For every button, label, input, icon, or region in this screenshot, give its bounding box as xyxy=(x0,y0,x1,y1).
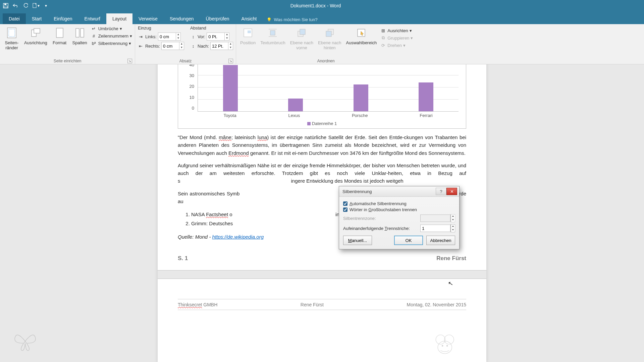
orientation-button[interactable]: Ausrichtung xyxy=(23,25,49,47)
svg-rect-8 xyxy=(56,28,63,38)
window-title: Dokument1.docx - Word xyxy=(50,3,582,8)
chart-bar xyxy=(419,82,433,111)
svg-rect-17 xyxy=(300,29,305,35)
caps-checkbox[interactable]: Wörter in Großbuchstaben trennen xyxy=(343,207,455,212)
tab-review[interactable]: Überprüfen xyxy=(200,13,235,24)
svg-point-21 xyxy=(436,335,445,344)
page-number: S. 1 xyxy=(178,254,188,263)
consecutive-input[interactable] xyxy=(420,225,450,232)
indent-right-input[interactable]: ▲▼ xyxy=(161,42,184,50)
consecutive-row: Aufeinanderfolgende Trennstriche: ▲▼ xyxy=(343,224,455,232)
chart-bar xyxy=(354,84,368,111)
forward-icon xyxy=(296,27,308,39)
breaks-button[interactable]: ↵Umbrüche ▾ xyxy=(91,25,132,32)
space-before-icon: ↕ xyxy=(190,34,196,40)
columns-label: Spalten xyxy=(72,40,87,45)
auto-hyphen-checkbox[interactable]: AAutomatische Silbentrennungutomatische … xyxy=(343,201,455,206)
chart-xticks: Toyota Lexus Porsche Ferrari xyxy=(198,112,459,119)
paragraph-2[interactable]: Aufgrund seiner verhältnismäßigen Nähe i… xyxy=(178,162,466,185)
decorative-butterfly-icon xyxy=(12,331,38,351)
selection-pane-button[interactable]: Auswahlbereich xyxy=(345,25,378,47)
line-numbers-button[interactable]: #Zeilennummern ▾ xyxy=(91,33,132,39)
backward-icon xyxy=(324,27,336,39)
spin-up-icon[interactable]: ▲ xyxy=(176,33,180,37)
footer-author: Rene Fürst xyxy=(436,254,466,263)
paragraph-1[interactable]: "Der Mond (mhd. mâne; lateinisch luna) i… xyxy=(178,133,466,157)
space-after-input[interactable]: ▲▼ xyxy=(210,42,233,50)
hyphenation-button[interactable]: bªSilbentrennung ▾ xyxy=(91,40,132,46)
legend-swatch-icon xyxy=(307,122,311,125)
tab-layout[interactable]: Layout xyxy=(106,13,132,24)
svg-point-25 xyxy=(446,345,448,347)
tab-design[interactable]: Entwurf xyxy=(78,13,106,24)
manual-button[interactable]: Manuell... xyxy=(343,236,372,245)
align-icon: ⊞ xyxy=(380,27,386,34)
columns-button[interactable]: Spalten xyxy=(71,25,89,47)
tell-me-input[interactable] xyxy=(274,17,347,22)
send-backward-button: Ebene nach hinten xyxy=(317,25,342,52)
group-page-setup-label: Seite einrichten xyxy=(54,59,82,63)
tell-me[interactable]: 💡 xyxy=(263,15,352,24)
hyphenation-icon: bª xyxy=(91,40,97,46)
titlebar: ▾ ▾ Dokument1.docx - Word xyxy=(0,0,644,11)
space-before-input[interactable]: ▲▼ xyxy=(207,33,229,41)
spin-up-icon[interactable]: ▲ xyxy=(451,225,455,228)
group-page-setup: Seiten- ränder Ausrichtung Format Spalte… xyxy=(0,24,135,64)
wikipedia-link[interactable]: https://de.wikipedia.org xyxy=(212,234,264,240)
indent-left-input[interactable]: ▲▼ xyxy=(158,33,181,41)
ok-button[interactable]: OK xyxy=(394,236,423,245)
paragraph-launcher[interactable]: ↘ xyxy=(228,59,233,63)
squiggle-word: mâne xyxy=(219,134,231,140)
document-area[interactable]: 40 30 20 10 0 Toyota Lexus Porsche Ferra… xyxy=(0,64,644,362)
tab-file[interactable]: Datei xyxy=(3,13,26,24)
group-paragraph: Einzug ⇥Links: ▲▼ ⇤Rechts: ▲▼ Abstand ↕V… xyxy=(135,24,236,64)
indent-left-icon: ⇥ xyxy=(138,34,144,40)
position-button: Position xyxy=(239,25,257,47)
tab-references[interactable]: Verweise xyxy=(132,13,164,24)
undo-icon[interactable] xyxy=(12,2,19,9)
chart-bar xyxy=(288,99,303,111)
cancel-button[interactable]: Abbrechen xyxy=(426,236,455,245)
spin-down-icon[interactable]: ▼ xyxy=(176,37,180,40)
save-icon[interactable] xyxy=(2,2,9,9)
ribbon: Seiten- ränder Ausrichtung Format Spalte… xyxy=(0,24,644,64)
help-button[interactable]: ? xyxy=(436,188,446,195)
page-header: Thinksecret GMBH Rene Fürst Montag, 02. … xyxy=(178,299,466,309)
orientation-label: Ausrichtung xyxy=(24,40,47,45)
svg-rect-19 xyxy=(326,31,331,37)
wrap-icon xyxy=(267,27,279,39)
page-setup-launcher[interactable]: ↘ xyxy=(127,59,132,63)
redo-icon[interactable] xyxy=(22,2,30,9)
orientation-icon xyxy=(30,27,42,39)
dialog-titlebar[interactable]: Silbentrennung ? ✕ xyxy=(339,186,459,197)
tab-start[interactable]: Start xyxy=(26,13,48,24)
help-icon: ? xyxy=(440,189,442,194)
group-arrange-label: Anordnen xyxy=(317,59,335,63)
space-after-icon: ↕ xyxy=(190,43,196,49)
svg-rect-2 xyxy=(4,6,7,8)
qat-more-icon[interactable]: ▾ xyxy=(42,2,50,9)
chart[interactable]: 40 30 20 10 0 Toyota Lexus Porsche Ferra… xyxy=(178,64,466,129)
svg-rect-12 xyxy=(248,31,251,33)
svg-rect-10 xyxy=(80,28,84,37)
margins-button[interactable]: Seiten- ränder xyxy=(3,25,21,52)
tab-mailings[interactable]: Sendungen xyxy=(164,13,200,24)
selection-icon xyxy=(355,27,367,39)
chart-bar xyxy=(223,65,238,111)
ribbon-tabs: Datei Start Einfügen Entwurf Layout Verw… xyxy=(0,11,644,24)
close-button[interactable]: ✕ xyxy=(446,188,457,195)
zone-input xyxy=(420,215,450,222)
dialog-title: Silbentrennung xyxy=(342,189,372,194)
tab-insert[interactable]: Einfügen xyxy=(48,13,78,24)
lightbulb-icon: 💡 xyxy=(267,17,272,22)
save-pdf-icon[interactable]: ▾ xyxy=(32,2,40,9)
line-numbers-icon: # xyxy=(91,33,97,39)
group-arrange: Position Textumbruch Ebene nach vorne Eb… xyxy=(236,24,416,64)
size-button[interactable]: Format xyxy=(51,25,69,47)
position-icon xyxy=(242,27,254,39)
chart-legend: Datenreihe 1 xyxy=(178,120,466,127)
columns-icon xyxy=(74,27,86,39)
spin-down-icon[interactable]: ▼ xyxy=(451,228,455,232)
align-button[interactable]: ⊞Ausrichten ▾ xyxy=(380,27,413,34)
tab-view[interactable]: Ansicht xyxy=(235,13,263,24)
